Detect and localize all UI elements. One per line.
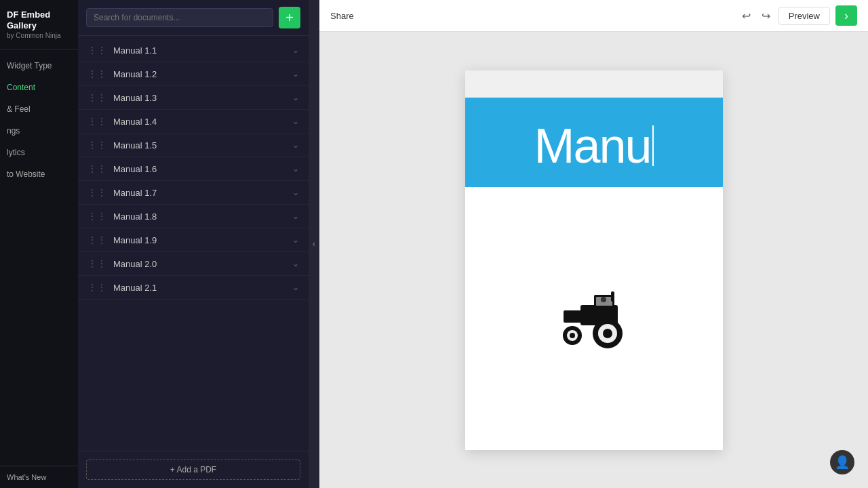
drag-handle-icon: ⋮⋮ bbox=[87, 258, 106, 269]
document-name: Manual 1.7 bbox=[113, 188, 292, 198]
pdf-preview-header-bar bbox=[465, 70, 723, 98]
list-item[interactable]: ⋮⋮ Manual 1.2 ⌄ bbox=[78, 62, 309, 86]
sidebar-item-analytics[interactable]: lytics bbox=[0, 142, 78, 163]
sidebar-header: DF Embed Gallery by Common Ninja bbox=[0, 0, 78, 49]
drag-handle-icon: ⋮⋮ bbox=[87, 235, 106, 245]
list-item[interactable]: ⋮⋮ Manual 1.3 ⌄ bbox=[78, 86, 309, 110]
document-name: Manual 1.1 bbox=[113, 45, 292, 56]
sidebar-item-look-feel[interactable]: & Feel bbox=[0, 98, 78, 120]
pdf-preview-card: Manu bbox=[465, 70, 723, 450]
svg-rect-4 bbox=[611, 291, 614, 302]
drag-handle-icon: ⋮⋮ bbox=[87, 163, 106, 174]
chevron-down-icon: ⌄ bbox=[292, 69, 299, 79]
drag-handle-icon: ⋮⋮ bbox=[87, 211, 106, 222]
chevron-down-icon: ⌄ bbox=[292, 259, 299, 268]
list-item[interactable]: ⋮⋮ Manual 2.1 ⌄ bbox=[78, 276, 309, 300]
sidebar: DF Embed Gallery by Common Ninja Widget … bbox=[0, 0, 78, 488]
redo-button[interactable]: ↪ bbox=[759, 7, 773, 25]
preview-content: Manu bbox=[319, 32, 868, 488]
sidebar-item-settings[interactable]: ngs bbox=[0, 120, 78, 142]
sidebar-item-content[interactable]: Content bbox=[0, 77, 78, 98]
chevron-down-icon: ⌄ bbox=[292, 235, 299, 245]
list-item[interactable]: ⋮⋮ Manual 1.1 ⌄ bbox=[78, 39, 309, 62]
drag-handle-icon: ⋮⋮ bbox=[87, 92, 106, 103]
app-subtitle: by Common Ninja bbox=[7, 32, 71, 39]
drag-handle-icon: ⋮⋮ bbox=[87, 282, 106, 293]
svg-point-16 bbox=[570, 333, 575, 338]
svg-point-3 bbox=[601, 297, 606, 302]
drag-handle-icon: ⋮⋮ bbox=[87, 68, 106, 79]
tractor-icon bbox=[553, 285, 635, 352]
doc-panel-footer: + Add a PDF bbox=[78, 451, 309, 488]
preview-panel: Share ↩ ↪ Preview › Manu bbox=[319, 0, 868, 488]
sidebar-item-widget-type[interactable]: Widget Type bbox=[0, 55, 78, 77]
document-name: Manual 1.3 bbox=[113, 93, 292, 103]
drag-handle-icon: ⋮⋮ bbox=[87, 116, 106, 127]
chevron-down-icon: ⌄ bbox=[292, 188, 299, 197]
list-item[interactable]: ⋮⋮ Manual 1.4 ⌄ bbox=[78, 110, 309, 134]
drag-handle-icon: ⋮⋮ bbox=[87, 45, 106, 56]
list-item[interactable]: ⋮⋮ Manual 2.0 ⌄ bbox=[78, 252, 309, 276]
sidebar-item-embed[interactable]: to Website bbox=[0, 163, 78, 185]
drag-handle-icon: ⋮⋮ bbox=[87, 140, 106, 150]
list-item[interactable]: ⋮⋮ Manual 1.7 ⌄ bbox=[78, 181, 309, 205]
chevron-down-icon: ⌄ bbox=[292, 117, 299, 126]
list-item[interactable]: ⋮⋮ Manual 1.8 ⌄ bbox=[78, 205, 309, 228]
document-name: Manual 2.0 bbox=[113, 259, 292, 269]
list-item[interactable]: ⋮⋮ Manual 1.9 ⌄ bbox=[78, 228, 309, 252]
share-button[interactable]: Share bbox=[330, 11, 354, 21]
chevron-down-icon: ⌄ bbox=[292, 140, 299, 150]
add-pdf-button[interactable]: + Add a PDF bbox=[86, 460, 300, 480]
document-list: ⋮⋮ Manual 1.1 ⌄ ⋮⋮ Manual 1.2 ⌄ ⋮⋮ Manua… bbox=[78, 36, 309, 451]
main-area: + ⋮⋮ Manual 1.1 ⌄ ⋮⋮ Manual 1.2 ⌄ ⋮⋮ Man… bbox=[78, 0, 868, 488]
pdf-preview-title: Manu bbox=[534, 118, 650, 174]
document-name: Manual 1.9 bbox=[113, 235, 292, 245]
chevron-down-icon: ⌄ bbox=[292, 211, 299, 221]
add-document-button[interactable]: + bbox=[279, 7, 300, 28]
sidebar-nav: Widget Type Content & Feel ngs lytics to… bbox=[0, 49, 78, 466]
doc-panel-header: + bbox=[78, 0, 309, 36]
publish-button[interactable]: › bbox=[835, 5, 857, 26]
undo-button[interactable]: ↩ bbox=[739, 7, 753, 25]
document-name: Manual 1.8 bbox=[113, 211, 292, 222]
document-name: Manual 1.6 bbox=[113, 164, 292, 174]
document-name: Manual 1.4 bbox=[113, 117, 292, 127]
drag-handle-icon: ⋮⋮ bbox=[87, 187, 106, 198]
search-input[interactable] bbox=[86, 8, 273, 27]
sidebar-footer[interactable]: What's New bbox=[0, 466, 78, 488]
list-item[interactable]: ⋮⋮ Manual 1.6 ⌄ bbox=[78, 157, 309, 181]
preview-button[interactable]: Preview bbox=[778, 7, 830, 25]
app-title: DF Embed Gallery bbox=[7, 9, 71, 30]
chevron-down-icon: ⌄ bbox=[292, 45, 299, 55]
pdf-preview-body bbox=[465, 187, 723, 450]
list-item[interactable]: ⋮⋮ Manual 1.5 ⌄ bbox=[78, 134, 309, 157]
svg-rect-6 bbox=[579, 314, 583, 319]
document-panel: + ⋮⋮ Manual 1.1 ⌄ ⋮⋮ Manual 1.2 ⌄ ⋮⋮ Man… bbox=[78, 0, 309, 488]
document-name: Manual 1.2 bbox=[113, 69, 292, 79]
svg-point-9 bbox=[603, 329, 612, 338]
chevron-down-icon: ⌄ bbox=[292, 283, 299, 292]
pdf-preview-blue-section: Manu bbox=[465, 98, 723, 187]
chevron-down-icon: ⌄ bbox=[292, 164, 299, 174]
collapse-panel-handle[interactable]: ‹ bbox=[309, 0, 319, 488]
document-name: Manual 1.5 bbox=[113, 140, 292, 150]
pdf-text-cursor bbox=[652, 125, 654, 166]
preview-toolbar: Share ↩ ↪ Preview › bbox=[319, 0, 868, 32]
bottom-avatar: 👤 bbox=[830, 450, 854, 474]
chevron-down-icon: ⌄ bbox=[292, 93, 299, 102]
document-name: Manual 2.1 bbox=[113, 283, 292, 293]
